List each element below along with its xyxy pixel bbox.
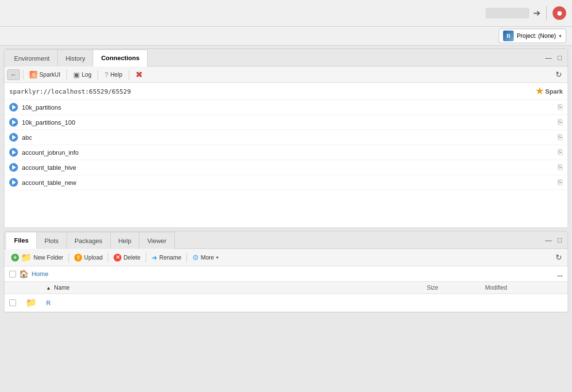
table-item[interactable]: 10k_partitions_100 ⎘ <box>4 115 568 130</box>
upload-button[interactable]: ⇧ Upload <box>70 252 106 263</box>
toolbar-div-3 <box>98 70 98 80</box>
new-folder-icon: + <box>11 254 19 261</box>
row-icon-cell: 📁 <box>21 294 41 312</box>
grid-icon: ⎘ <box>558 148 563 157</box>
table-name: account_table_new <box>22 179 76 186</box>
files-div-2 <box>108 253 108 262</box>
play-icon <box>9 148 18 157</box>
r-logo: R <box>503 31 514 41</box>
col-size-header[interactable]: Size <box>422 282 480 294</box>
play-icon <box>9 118 18 127</box>
home-icon: 🏠 <box>19 269 29 278</box>
disconnect-icon: ✖ <box>135 69 143 80</box>
lower-panel: Files Plots Packages Help Viewer — □ + 📁… <box>4 231 568 312</box>
grid-icon: ⎘ <box>558 178 563 187</box>
toolbar-div-4 <box>129 70 129 80</box>
tab-history[interactable]: History <box>58 49 93 66</box>
more-button[interactable]: ⚙ More ▾ <box>188 252 222 263</box>
row-checkbox[interactable] <box>9 299 16 306</box>
project-selector[interactable]: R Project: (None) ▾ <box>499 29 566 43</box>
top-bar: ➔ ⏺ <box>0 0 572 27</box>
log-button[interactable]: ▣ Log <box>70 69 95 80</box>
connections-toolbar: ← S SparkUI ▣ Log ? Help ✖ ↻ <box>4 66 568 83</box>
file-row: 📁 R <box>4 294 568 312</box>
table-name: abc <box>22 134 32 141</box>
table-name: account_jobrun_info <box>22 149 79 156</box>
row-name-cell: R <box>41 294 422 312</box>
spark-badge: ★ Spark <box>536 86 563 97</box>
table-item[interactable]: abc ⎘ <box>4 130 568 145</box>
play-icon <box>9 178 18 187</box>
top-bar-divider <box>546 6 547 20</box>
minimize-lower-panel[interactable]: — <box>543 235 554 245</box>
back-button[interactable]: ← <box>7 69 20 80</box>
rename-button[interactable]: ➜ Rename <box>148 252 185 263</box>
monitor-icon: ▣ <box>73 71 80 79</box>
gear-icon: ⚙ <box>192 253 199 262</box>
disconnect-button[interactable]: ✖ <box>132 68 146 82</box>
lower-tab-bar: Files Plots Packages Help Viewer — □ <box>4 231 568 249</box>
file-name-link[interactable]: R <box>46 299 50 307</box>
table-list: 10k_partitions ⎘ 10k_partitions_100 ⎘ ab… <box>4 100 568 228</box>
tab-viewer[interactable]: Viewer <box>139 232 175 249</box>
col-checkbox <box>4 282 21 294</box>
tab-packages[interactable]: Packages <box>67 232 111 249</box>
spark-star-icon: ★ <box>536 86 543 97</box>
maximize-lower-panel[interactable]: □ <box>556 235 564 245</box>
new-folder-button[interactable]: + 📁 New Folder <box>7 251 67 264</box>
col-icon <box>21 282 41 294</box>
delete-icon: ✕ <box>114 254 121 261</box>
toolbar-div-2 <box>67 70 67 80</box>
files-div-1 <box>68 253 69 262</box>
table-item[interactable]: 10k_partitions ⎘ <box>4 100 568 115</box>
grid-icon: ⎘ <box>558 103 563 112</box>
power-button[interactable]: ⏺ <box>553 6 566 20</box>
delete-button[interactable]: ✕ Delete <box>110 252 144 263</box>
col-modified-header[interactable]: Modified <box>480 282 568 294</box>
tab-files[interactable]: Files <box>6 232 37 249</box>
files-div-4 <box>186 253 187 262</box>
help-circle-icon: ? <box>104 71 108 79</box>
table-name: 10k_partitions <box>22 104 61 111</box>
row-checkbox-cell <box>4 294 21 312</box>
files-refresh-button[interactable]: ↻ <box>553 251 565 263</box>
files-toolbar: + 📁 New Folder ⇧ Upload ✕ Delete ➜ Renam… <box>4 249 568 266</box>
tab-connections[interactable]: Connections <box>93 49 148 66</box>
more-options-button[interactable]: ... <box>557 270 563 278</box>
connection-url-bar: sparklyr://localhost:65529/65529 ★ Spark <box>4 83 568 100</box>
table-item[interactable]: account_table_new ⎘ <box>4 175 568 190</box>
grid-icon: ⎘ <box>558 163 563 172</box>
tab-help[interactable]: Help <box>111 232 140 249</box>
folder-icon-small: 📁 <box>21 252 32 263</box>
refresh-button[interactable]: ↻ <box>553 68 565 81</box>
minimize-upper-panel[interactable]: — <box>543 53 554 63</box>
play-icon <box>9 163 18 172</box>
grid-icon: ⎘ <box>558 118 563 127</box>
maximize-upper-panel[interactable]: □ <box>556 53 564 63</box>
spark-label: Spark <box>545 88 563 95</box>
play-icon <box>9 103 18 112</box>
upper-panel: Environment History Connections — □ ← S … <box>4 49 568 228</box>
play-icon <box>9 133 18 142</box>
home-checkbox[interactable] <box>9 271 16 278</box>
home-bar: 🏠 Home ... <box>4 266 568 282</box>
sort-arrow: ▲ <box>46 285 51 291</box>
table-item[interactable]: account_table_hive ⎘ <box>4 160 568 175</box>
file-table-header: ▲ Name Size Modified <box>4 282 568 294</box>
tab-environment[interactable]: Environment <box>6 49 58 66</box>
help-button[interactable]: ? Help <box>101 69 125 80</box>
table-name: account_table_hive <box>22 164 76 171</box>
sparkui-button[interactable]: S SparkUI <box>26 69 64 80</box>
table-item[interactable]: account_jobrun_info ⎘ <box>4 145 568 160</box>
sign-out-icon[interactable]: ➔ <box>533 8 540 18</box>
upper-tab-bar: Environment History Connections — □ <box>4 49 568 66</box>
project-label: Project: (None) <box>517 33 556 39</box>
upper-panel-actions: — □ <box>543 49 568 66</box>
tab-plots[interactable]: Plots <box>37 232 67 249</box>
upload-icon: ⇧ <box>74 254 82 261</box>
user-display <box>486 8 529 18</box>
home-link[interactable]: Home <box>32 270 49 278</box>
table-name: 10k_partitions_100 <box>22 119 75 126</box>
project-dropdown-arrow: ▾ <box>559 33 562 39</box>
col-name-header[interactable]: ▲ Name <box>41 282 422 294</box>
